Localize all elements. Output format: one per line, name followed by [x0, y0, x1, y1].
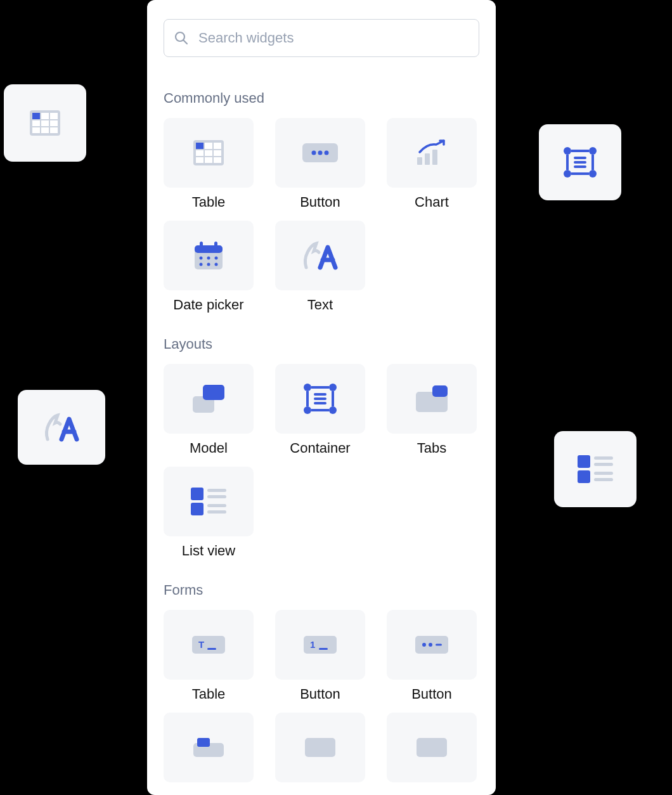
svg-point-53 [200, 263, 203, 266]
widget-label: Tabs [417, 440, 446, 456]
widget-label: List view [182, 543, 235, 559]
svg-rect-47 [195, 245, 223, 253]
svg-point-41 [318, 151, 323, 155]
svg-rect-5 [41, 120, 49, 126]
svg-rect-1 [32, 113, 40, 119]
floating-tile-table [4, 84, 86, 162]
svg-point-58 [304, 384, 311, 391]
section-title-commonly-used: Commonly used [164, 90, 479, 107]
svg-point-55 [215, 263, 218, 266]
widget-picker-panel: Commonly used [147, 0, 496, 795]
svg-rect-65 [332, 391, 334, 406]
svg-point-51 [207, 257, 210, 260]
svg-rect-30 [196, 143, 204, 149]
text-input-icon: T [192, 636, 225, 654]
svg-rect-76 [207, 510, 226, 514]
svg-rect-80 [304, 636, 337, 654]
svg-rect-73 [207, 489, 226, 492]
list-view-icon [191, 488, 226, 515]
search-icon [174, 30, 189, 46]
section-title-layouts: Layouts [164, 336, 479, 352]
placeholder-icon [305, 738, 335, 757]
placeholder-icon [193, 738, 224, 757]
svg-rect-67 [314, 398, 326, 400]
floating-tile-text [18, 390, 105, 465]
search-input[interactable] [164, 19, 479, 57]
widget-item-forms-next-3[interactable] [387, 713, 477, 782]
widget-label: Table [192, 194, 226, 210]
widget-item-chart[interactable]: Chart [387, 118, 477, 210]
svg-point-12 [564, 170, 571, 178]
svg-rect-15 [571, 172, 589, 175]
widget-card [275, 713, 365, 782]
svg-point-42 [325, 151, 329, 155]
button-icon [302, 143, 338, 162]
svg-rect-9 [50, 127, 58, 133]
widget-card [387, 713, 477, 782]
svg-rect-90 [417, 738, 447, 757]
svg-point-13 [589, 170, 597, 178]
svg-point-61 [329, 406, 337, 414]
widget-label: Container [290, 440, 350, 456]
widget-label: Date picker [173, 297, 243, 313]
svg-rect-35 [214, 150, 221, 156]
svg-text:1: 1 [310, 639, 315, 650]
widget-item-forms-button-1[interactable]: 1 Button [275, 610, 365, 702]
svg-rect-49 [214, 242, 217, 249]
svg-rect-16 [566, 155, 569, 170]
svg-rect-63 [311, 409, 329, 411]
svg-rect-89 [305, 738, 335, 757]
svg-rect-25 [594, 472, 613, 475]
widget-item-table[interactable]: Table [164, 118, 254, 210]
list-view-icon [578, 455, 613, 483]
svg-rect-62 [311, 386, 329, 389]
svg-text:T: T [198, 639, 204, 650]
svg-rect-31 [205, 143, 212, 149]
widget-card [387, 364, 477, 434]
widget-item-forms-button-2[interactable]: Button [387, 610, 477, 702]
svg-point-85 [429, 643, 432, 647]
svg-rect-32 [214, 143, 221, 149]
svg-rect-22 [578, 470, 590, 483]
widget-item-forms-next-1[interactable] [164, 713, 254, 782]
widget-card [164, 713, 254, 782]
svg-rect-17 [591, 155, 594, 170]
widget-label: Button [300, 194, 340, 210]
widget-card: T [164, 610, 254, 680]
widget-card [387, 118, 477, 188]
svg-rect-3 [50, 113, 58, 119]
svg-rect-82 [319, 648, 328, 650]
widget-item-date-picker[interactable]: Date picker [164, 221, 254, 313]
widget-item-text[interactable]: Text [275, 221, 365, 313]
widget-item-button[interactable]: Button [275, 118, 365, 210]
svg-rect-57 [203, 385, 224, 400]
floating-tile-container [539, 124, 621, 200]
widget-item-forms-next-2[interactable] [275, 713, 365, 782]
widget-item-list-view[interactable]: List view [164, 467, 254, 559]
svg-rect-6 [50, 120, 58, 126]
svg-rect-86 [436, 644, 442, 646]
widget-card [164, 221, 254, 290]
widget-item-container[interactable]: Container [275, 364, 365, 456]
widget-item-tabs[interactable]: Tabs [387, 364, 477, 456]
svg-point-52 [215, 257, 218, 260]
widget-item-model[interactable]: Model [164, 364, 254, 456]
text-icon [301, 241, 339, 270]
svg-rect-24 [594, 463, 613, 466]
svg-point-10 [564, 147, 571, 155]
section-title-forms: Forms [164, 582, 479, 598]
svg-rect-43 [417, 157, 422, 165]
chart-icon [415, 138, 449, 167]
svg-rect-70 [432, 385, 448, 397]
widget-label: Text [307, 297, 333, 313]
svg-rect-44 [425, 153, 430, 165]
svg-line-28 [184, 41, 188, 44]
grid-forms: T Table 1 Button [164, 610, 479, 782]
widget-card [275, 364, 365, 434]
svg-rect-75 [207, 504, 226, 507]
svg-rect-23 [594, 456, 613, 460]
widget-item-forms-table[interactable]: T Table [164, 610, 254, 702]
svg-point-84 [422, 643, 426, 647]
svg-point-59 [329, 384, 337, 391]
svg-rect-38 [214, 157, 221, 163]
